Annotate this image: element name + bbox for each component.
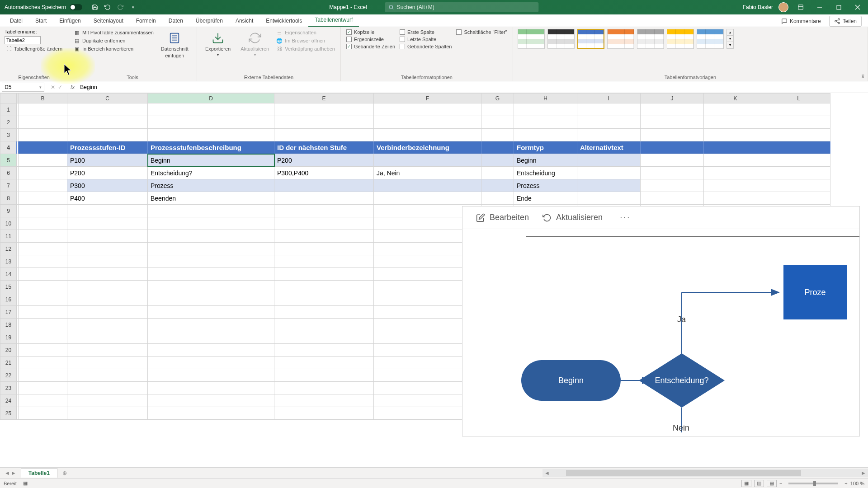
row-header[interactable]: 11: [0, 230, 17, 243]
col-header[interactable]: G: [481, 94, 514, 103]
cell[interactable]: [704, 116, 767, 129]
row-header[interactable]: 1: [0, 103, 17, 116]
cell[interactable]: [19, 179, 67, 192]
export-button[interactable]: Exportieren▾: [202, 29, 234, 59]
chart-edit-button[interactable]: Bearbeiten: [476, 213, 529, 222]
cell[interactable]: [274, 255, 374, 268]
cell[interactable]: [148, 103, 274, 116]
pivot-summarize-button[interactable]: ▦Mit PivotTable zusammenfassen: [73, 29, 155, 36]
sheet-prev-icon[interactable]: ◄: [5, 470, 10, 476]
cell[interactable]: [577, 129, 641, 141]
cell[interactable]: [767, 103, 830, 116]
tab-tabellenentwurf[interactable]: Tabellenentwurf: [308, 14, 359, 27]
cell[interactable]: [577, 179, 641, 192]
cell[interactable]: [481, 129, 514, 141]
chevron-down-icon[interactable]: ▾: [727, 36, 733, 42]
cell[interactable]: [274, 331, 374, 344]
toggle-switch-icon[interactable]: [70, 4, 82, 10]
cell[interactable]: [148, 369, 274, 382]
cell[interactable]: [514, 103, 577, 116]
zoom-out-icon[interactable]: −: [779, 481, 782, 486]
user-avatar-icon[interactable]: [778, 2, 788, 12]
cell[interactable]: [148, 243, 274, 255]
resize-table-button[interactable]: ⛶Tabellengröße ändern: [5, 45, 63, 52]
cell[interactable]: [767, 167, 830, 179]
row-header[interactable]: 22: [0, 369, 17, 382]
row-header[interactable]: 8: [0, 192, 17, 205]
name-box[interactable]: D5▾: [2, 83, 44, 92]
cell[interactable]: [641, 192, 704, 205]
cell[interactable]: [274, 217, 374, 230]
scroll-right-icon[interactable]: ►: [859, 470, 868, 476]
cell[interactable]: [19, 319, 67, 331]
sheet-next-icon[interactable]: ►: [11, 470, 16, 476]
table-style-5[interactable]: [637, 29, 664, 49]
tab-ansicht[interactable]: Ansicht: [229, 15, 259, 27]
cell[interactable]: [481, 154, 514, 167]
cell[interactable]: [274, 369, 374, 382]
cell[interactable]: [148, 129, 274, 141]
remove-duplicates-button[interactable]: ▤Duplikate entfernen: [73, 37, 155, 44]
total-row-checkbox[interactable]: Ergebniszeile: [345, 36, 396, 42]
cell[interactable]: [274, 192, 374, 205]
cell[interactable]: [641, 167, 704, 179]
col-header[interactable]: H: [514, 94, 577, 103]
convert-range-button[interactable]: ▣In Bereich konvertieren: [73, 45, 155, 52]
refresh-button[interactable]: Aktualisieren▾: [237, 29, 273, 59]
cell[interactable]: [19, 129, 67, 141]
cell[interactable]: [374, 192, 481, 205]
cell[interactable]: [274, 116, 374, 129]
row-header[interactable]: 15: [0, 281, 17, 293]
cell[interactable]: [514, 129, 577, 141]
table-style-1[interactable]: [518, 29, 545, 49]
cell[interactable]: [19, 293, 67, 306]
cell[interactable]: [19, 394, 67, 407]
page-break-view-icon[interactable]: ▤: [767, 480, 777, 487]
cell[interactable]: [274, 407, 374, 420]
tab-einfuegen[interactable]: Einfügen: [53, 15, 87, 27]
cell[interactable]: [148, 255, 274, 268]
row-header[interactable]: 19: [0, 331, 17, 344]
cell[interactable]: [67, 205, 148, 217]
enter-formula-icon[interactable]: ✓: [58, 84, 62, 90]
banded-rows-checkbox[interactable]: ✓Gebänderte Zeilen: [345, 43, 396, 50]
cell[interactable]: [19, 344, 67, 357]
tab-start[interactable]: Start: [29, 15, 53, 27]
row-header[interactable]: 14: [0, 268, 17, 281]
filter-button-checkbox[interactable]: Schaltfläche "Filter": [455, 29, 508, 35]
zoom-thumb[interactable]: [813, 481, 816, 486]
scroll-left-icon[interactable]: ◄: [542, 470, 552, 476]
cell[interactable]: [767, 129, 830, 141]
col-header[interactable]: F: [374, 94, 481, 103]
cell[interactable]: [67, 357, 148, 369]
cell[interactable]: [274, 394, 374, 407]
cell[interactable]: [274, 293, 374, 306]
cell[interactable]: [767, 192, 830, 205]
cell[interactable]: [67, 129, 148, 141]
cell[interactable]: [274, 382, 374, 394]
cell[interactable]: P200: [274, 154, 374, 167]
row-header[interactable]: 6: [0, 167, 17, 179]
cell[interactable]: [274, 230, 374, 243]
sheet-tab[interactable]: Tabelle1: [21, 468, 57, 478]
cell[interactable]: [19, 103, 67, 116]
scroll-thumb[interactable]: [566, 470, 801, 476]
cell[interactable]: [67, 230, 148, 243]
cell[interactable]: [767, 154, 830, 167]
collapse-ribbon-icon[interactable]: ⊼: [861, 74, 864, 79]
cell[interactable]: [704, 154, 767, 167]
row-header[interactable]: 3: [0, 129, 17, 141]
tab-daten[interactable]: Daten: [162, 15, 189, 27]
cell[interactable]: [274, 179, 374, 192]
cell[interactable]: [274, 319, 374, 331]
cell[interactable]: [67, 255, 148, 268]
cell[interactable]: [19, 281, 67, 293]
col-header[interactable]: I: [577, 94, 641, 103]
row-header[interactable]: 18: [0, 319, 17, 331]
cell[interactable]: [577, 116, 641, 129]
row-header[interactable]: 2: [0, 116, 17, 129]
qat-dropdown-icon[interactable]: ▾: [129, 4, 137, 11]
cell[interactable]: [67, 382, 148, 394]
cell[interactable]: [577, 167, 641, 179]
cell[interactable]: [19, 154, 67, 167]
